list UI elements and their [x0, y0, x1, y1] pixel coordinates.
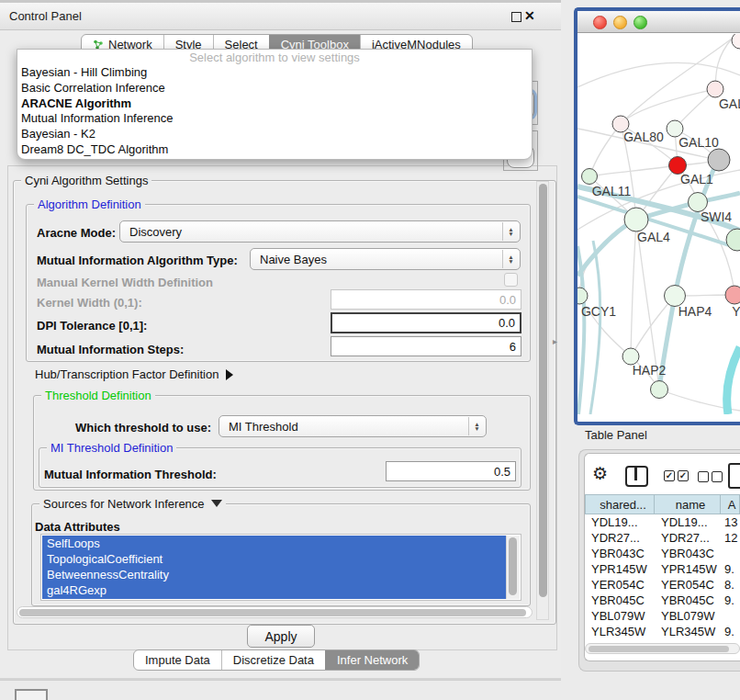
- table-cell: 9.: [721, 625, 740, 638]
- manual-kernel-label: Manual Kernel Width Definition: [37, 276, 213, 289]
- apply-button-label: Apply: [264, 629, 297, 644]
- mi-threshold-field[interactable]: 0.5: [386, 461, 516, 481]
- algorithm-option[interactable]: Dream8 DC_TDC Algorithm: [17, 142, 532, 158]
- table-cell: YBR045C: [655, 593, 721, 607]
- kernel-width-field[interactable]: 0.0: [331, 289, 521, 310]
- sources-group-title[interactable]: Sources for Network Inference: [39, 497, 226, 511]
- table-row[interactable]: YPR145WYPR145W9.: [585, 561, 740, 577]
- table-panel-title: Table Panel: [585, 428, 647, 442]
- kernel-width-label: Kernel Width (0,1):: [37, 296, 142, 310]
- attribute-item[interactable]: gal4RGexp: [42, 582, 508, 598]
- network-canvas[interactable]: GALGAL80GAL10GAL1GAL11SWI4GAL4GCY1HAP4YH…: [577, 34, 740, 414]
- table-row[interactable]: YIL052CYIL052C9: [585, 639, 740, 642]
- algorithm-option[interactable]: ARACNE Algorithm: [17, 96, 532, 112]
- network-node-gal11[interactable]: [582, 169, 598, 185]
- manual-kernel-checkbox[interactable]: [504, 273, 518, 287]
- close-traffic-light-icon[interactable]: [593, 16, 607, 29]
- scrollbar-thumb[interactable]: [539, 184, 547, 597]
- apply-button[interactable]: Apply: [247, 625, 315, 648]
- hub-definition-toggle[interactable]: Hub/Transcription Factor Definition: [35, 367, 233, 381]
- node-label: GCY1: [581, 304, 616, 319]
- minimized-panel-icon[interactable]: [15, 689, 48, 700]
- table-row[interactable]: YBR045CYBR045C9.: [585, 593, 740, 608]
- network-node-gal4[interactable]: [624, 208, 648, 231]
- pane-splitter-handle[interactable]: ▸: [553, 336, 557, 346]
- table-horizontal-scrollbar[interactable]: [585, 643, 740, 654]
- aracne-mode-label: Aracne Mode:: [37, 226, 116, 240]
- network-node-gal[interactable]: [707, 81, 723, 97]
- table-cell: YER054C: [585, 578, 655, 592]
- scrollbar-thumb[interactable]: [509, 537, 517, 595]
- tab-label: Impute Data: [145, 653, 210, 667]
- table-cell: YDR27...: [655, 531, 721, 545]
- mi-steps-field[interactable]: 6: [331, 336, 521, 356]
- mi-steps-label: Mutual Information Steps:: [37, 343, 184, 356]
- table-row[interactable]: YER054CYER054C8.: [585, 577, 740, 593]
- table-cell: 9.: [721, 562, 740, 576]
- spinner-arrows-icon: ▲▼: [468, 417, 485, 435]
- attribute-item[interactable]: TopologicalCoefficient: [42, 551, 508, 567]
- settings-vertical-scrollbar[interactable]: [536, 181, 549, 620]
- network-node[interactable]: [708, 149, 730, 171]
- aracne-mode-select[interactable]: Discovery ▲▼: [119, 220, 521, 243]
- algorithm-option[interactable]: Mutual Information Inference: [17, 111, 532, 127]
- attribute-item[interactable]: BetweennessCentrality: [42, 567, 508, 582]
- mi-steps-value: 6: [510, 340, 516, 354]
- kernel-width-value: 0.0: [499, 293, 516, 307]
- deselect-all-icon[interactable]: [698, 471, 709, 482]
- select-all-icon[interactable]: ✓: [678, 470, 689, 481]
- network-window-titlebar[interactable]: [577, 11, 740, 33]
- algorithm-option[interactable]: Bayesian - Hill Climbing: [17, 65, 532, 81]
- network-node[interactable]: [732, 34, 740, 49]
- show-columns-icon[interactable]: [625, 466, 648, 487]
- table-row[interactable]: YDL19...YDL19...13: [585, 514, 740, 530]
- table-settings-gear-icon[interactable]: ⚙: [592, 463, 608, 484]
- column-header[interactable]: A: [721, 494, 740, 514]
- screen: Control Panel ✕ NetworkStyleSelectCyni T…: [0, 0, 740, 700]
- algorithm-dropdown-placeholder: Select algorithm to view settings: [17, 50, 532, 65]
- network-node[interactable]: [726, 229, 740, 251]
- table-row[interactable]: YBR043CYBR043C: [585, 546, 740, 561]
- cyni-settings-group-title: Cyni Algorithm Settings: [21, 174, 151, 187]
- node-label: GAL80: [623, 130, 664, 144]
- scrollbar-thumb[interactable]: [19, 609, 526, 616]
- table-cell: YBL079W: [585, 609, 655, 623]
- dpi-tolerance-label: DPI Tolerance [0,1]:: [37, 319, 147, 333]
- dpi-tolerance-field[interactable]: 0.0: [331, 312, 521, 333]
- tab-discretize-data[interactable]: Discretize Data: [221, 650, 325, 670]
- network-node[interactable]: [651, 381, 668, 399]
- dpi-tolerance-value: 0.0: [499, 316, 515, 330]
- algorithm-definition-title: Algorithm Definition: [34, 198, 145, 211]
- minimize-traffic-light-icon[interactable]: [613, 16, 627, 29]
- close-icon[interactable]: ✕: [524, 8, 535, 23]
- scrollbar-thumb[interactable]: [589, 646, 729, 652]
- network-node-gcy1[interactable]: [577, 288, 588, 304]
- attributes-scrollbar[interactable]: [506, 536, 520, 599]
- table-cell: YDL19...: [585, 515, 655, 529]
- network-node-y[interactable]: [725, 286, 740, 304]
- table-row[interactable]: YBL079WYBL079W: [585, 608, 740, 624]
- table-row[interactable]: YLR345WYLR345W9.: [585, 624, 740, 639]
- column-header[interactable]: name: [655, 494, 721, 514]
- data-attributes-list[interactable]: SelfLoopsTopologicalCoefficientBetweenne…: [40, 534, 521, 601]
- select-all-icon[interactable]: ✓: [664, 470, 675, 481]
- which-threshold-select[interactable]: MI Threshold ▲▼: [219, 415, 487, 437]
- zoom-traffic-light-icon[interactable]: [633, 16, 647, 29]
- table-cell: 13: [721, 515, 740, 529]
- table-row[interactable]: YDR27...YDR27...12: [585, 530, 740, 546]
- tab-infer-network[interactable]: Infer Network: [325, 650, 419, 670]
- control-panel-titlebar: Control Panel: [0, 3, 561, 30]
- table-function-icon[interactable]: [728, 463, 740, 489]
- algorithm-dropdown[interactable]: Select algorithm to view settings Bayesi…: [17, 49, 533, 160]
- deselect-all-icon[interactable]: [712, 471, 723, 482]
- float-window-icon[interactable]: [511, 12, 521, 22]
- settings-horizontal-scrollbar[interactable]: [17, 606, 533, 618]
- tab-impute-data[interactable]: Impute Data: [134, 650, 221, 670]
- hub-definition-label: Hub/Transcription Factor Definition: [35, 367, 219, 381]
- mi-type-select[interactable]: Naive Bayes ▲▼: [250, 248, 521, 270]
- algorithm-option[interactable]: Basic Correlation Inference: [17, 81, 532, 96]
- column-header[interactable]: shared...: [585, 494, 655, 514]
- algorithm-option[interactable]: Bayesian - K2: [17, 127, 532, 142]
- attribute-item[interactable]: SelfLoops: [42, 536, 508, 551]
- panel-bottom-edge: [0, 678, 561, 680]
